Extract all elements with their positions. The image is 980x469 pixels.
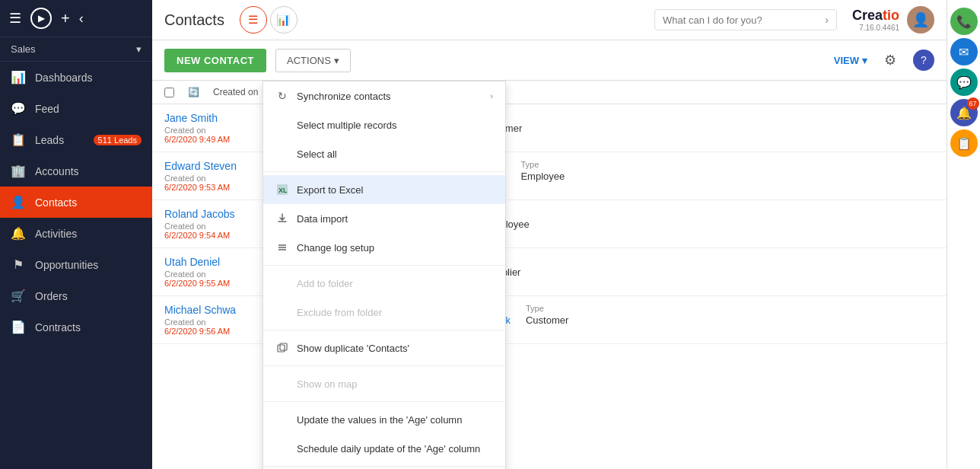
view-chevron-icon: ▾ bbox=[862, 55, 867, 66]
main-content: Contacts ☰ 📊 › Creatio 7.16.0.4461 👤 NEW… bbox=[152, 0, 947, 469]
dropdown-item-synchronize[interactable]: ↻ Synchronize contacts › bbox=[263, 81, 505, 110]
new-contact-button[interactable]: NEW CONTACT bbox=[164, 49, 266, 72]
notification-badge: 67 bbox=[967, 97, 979, 110]
view-label: VIEW bbox=[834, 55, 859, 66]
view-button[interactable]: VIEW ▾ bbox=[834, 55, 867, 66]
sync-icon: ↻ bbox=[275, 89, 289, 103]
separator bbox=[263, 330, 505, 330]
map-icon bbox=[275, 377, 289, 391]
action-bar: NEW CONTACT ACTIONS ▾ VIEW ▾ ⚙ ? bbox=[152, 40, 947, 81]
type-value: Employee bbox=[520, 171, 565, 182]
dropdown-item-change-log[interactable]: Change log setup bbox=[263, 233, 505, 262]
section-chevron: ▾ bbox=[136, 43, 142, 55]
created-on-header: Created on bbox=[213, 87, 258, 97]
dropdown-item-add-folder: Add to folder bbox=[263, 269, 505, 298]
activities-label: Activities bbox=[35, 228, 77, 240]
feed-icon: 💬 bbox=[11, 101, 26, 116]
sidebar-item-feed[interactable]: 💬 Feed bbox=[0, 93, 152, 124]
sidebar: ☰ ▶ + ‹ Sales ▾ 📊 Dashboards 💬 Feed 📋 Le… bbox=[0, 0, 152, 469]
separator bbox=[263, 365, 505, 366]
actions-chevron-icon: ▾ bbox=[334, 55, 339, 66]
leads-badge: 511 Leads bbox=[94, 135, 142, 145]
logo-accent: tio bbox=[883, 8, 899, 23]
logo-text: Crea bbox=[852, 8, 883, 23]
opportunities-label: Opportunities bbox=[35, 259, 98, 271]
add-folder-label: Add to folder bbox=[297, 278, 353, 289]
gear-settings-icon[interactable]: ⚙ bbox=[877, 46, 904, 74]
topbar: Contacts ☰ 📊 › Creatio 7.16.0.4461 👤 bbox=[152, 0, 947, 40]
version-label: 7.16.0.4461 bbox=[852, 24, 899, 32]
dropdown-item-schedule-age[interactable]: Schedule daily update of the 'Age' colum… bbox=[263, 434, 505, 463]
orders-label: Orders bbox=[35, 290, 68, 302]
leads-label: Leads bbox=[35, 134, 64, 146]
dropdown-item-export-excel[interactable]: XL Export to Excel bbox=[263, 175, 505, 204]
dashboards-label: Dashboards bbox=[35, 72, 93, 84]
sidebar-item-activities[interactable]: 🔔 Activities bbox=[0, 218, 152, 249]
search-input[interactable] bbox=[663, 14, 825, 26]
separator bbox=[263, 265, 505, 266]
data-import-label: Data import bbox=[297, 213, 348, 225]
dropdown-item-show-duplicate[interactable]: Show duplicate 'Contacts' bbox=[263, 333, 505, 362]
change-log-icon bbox=[275, 241, 289, 254]
sidebar-item-contracts[interactable]: 📄 Contracts bbox=[0, 311, 152, 343]
contacts-icon: 👤 bbox=[11, 195, 26, 209]
dropdown-item-update-age[interactable]: Update the values in the 'Age' column bbox=[263, 405, 505, 434]
contacts-area: 🔄 Created on Co Jane Smith Created on 6/… bbox=[152, 81, 947, 469]
select-all-checkbox[interactable] bbox=[164, 88, 174, 97]
creatio-logo: Creatio 7.16.0.4461 bbox=[852, 8, 899, 32]
actions-label: ACTIONS bbox=[287, 55, 331, 66]
update-age-icon bbox=[275, 413, 289, 426]
sidebar-item-opportunities[interactable]: ⚑ Opportunities bbox=[0, 249, 152, 280]
menu-icon[interactable]: ☰ bbox=[9, 10, 21, 27]
type-col: Type Customer bbox=[526, 304, 568, 326]
view-toggle-group: ☰ 📊 bbox=[240, 6, 298, 34]
contacts-nav-label: Contacts bbox=[35, 196, 77, 209]
opportunities-icon: ⚑ bbox=[11, 257, 26, 272]
phone-button[interactable]: 📞 bbox=[950, 8, 978, 35]
sidebar-item-contacts[interactable]: 👤 Contacts bbox=[0, 187, 152, 218]
list-view-btn[interactable]: ☰ bbox=[240, 6, 267, 34]
notification-button[interactable]: 🔔 67 bbox=[950, 99, 978, 126]
dropdown-item-select-all[interactable]: Select all bbox=[263, 139, 505, 168]
leads-icon: 📋 bbox=[11, 132, 26, 147]
svg-rect-6 bbox=[280, 343, 287, 350]
select-multiple-icon bbox=[275, 118, 289, 132]
exclude-folder-label: Exclude from folder bbox=[297, 307, 382, 318]
sidebar-item-leads[interactable]: 📋 Leads 511 Leads bbox=[0, 124, 152, 155]
sales-label: Sales bbox=[11, 43, 36, 55]
chat-button[interactable]: 💬 bbox=[950, 69, 978, 96]
export-excel-icon: XL bbox=[275, 183, 289, 196]
sidebar-item-dashboards[interactable]: 📊 Dashboards bbox=[0, 62, 152, 93]
sidebar-top: ☰ ▶ + ‹ bbox=[0, 0, 152, 37]
actions-dropdown-menu: ↻ Synchronize contacts › Select multiple… bbox=[262, 81, 506, 469]
chart-view-btn[interactable]: 📊 bbox=[270, 6, 298, 34]
exclude-folder-icon bbox=[275, 305, 289, 319]
synchronize-label: Synchronize contacts bbox=[297, 91, 391, 102]
play-icon[interactable]: ▶ bbox=[30, 8, 52, 29]
duplicate-icon bbox=[275, 341, 289, 355]
type-value: Customer bbox=[526, 314, 568, 326]
search-submit-icon[interactable]: › bbox=[825, 14, 829, 26]
accounts-label: Accounts bbox=[35, 165, 79, 177]
document-button[interactable]: 📋 bbox=[950, 129, 978, 157]
dropdown-item-select-multiple[interactable]: Select multiple records bbox=[263, 110, 505, 139]
separator bbox=[263, 171, 505, 172]
sidebar-item-accounts[interactable]: 🏢 Accounts bbox=[0, 155, 152, 187]
type-label: Type bbox=[526, 304, 568, 313]
actions-button[interactable]: ACTIONS ▾ bbox=[275, 49, 351, 72]
logo-area: Creatio 7.16.0.4461 bbox=[852, 8, 899, 32]
add-icon[interactable]: + bbox=[61, 10, 70, 27]
help-icon[interactable]: ? bbox=[913, 49, 934, 71]
collapse-icon[interactable]: ‹ bbox=[79, 11, 84, 27]
sidebar-item-orders[interactable]: 🛒 Orders bbox=[0, 280, 152, 311]
type-col: Type Employee bbox=[520, 160, 565, 182]
feed-label: Feed bbox=[35, 103, 59, 115]
right-sidebar: 📞 ✉ 💬 🔔 67 📋 bbox=[947, 0, 980, 469]
user-avatar[interactable]: 👤 bbox=[907, 6, 934, 34]
dropdown-item-data-import[interactable]: Data import bbox=[263, 204, 505, 233]
sidebar-section: Sales ▾ bbox=[0, 37, 152, 62]
contracts-icon: 📄 bbox=[11, 320, 26, 334]
svg-rect-5 bbox=[278, 345, 285, 352]
email-button[interactable]: ✉ bbox=[950, 38, 978, 65]
contracts-label: Contracts bbox=[35, 321, 81, 333]
